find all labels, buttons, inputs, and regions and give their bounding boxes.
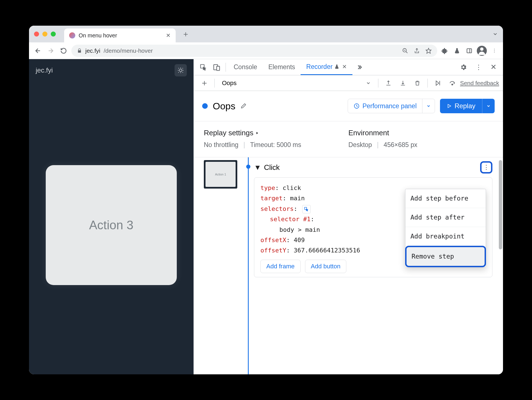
record-indicator-icon bbox=[202, 103, 208, 109]
export-icon[interactable] bbox=[382, 76, 395, 90]
tab-console[interactable]: Console bbox=[228, 59, 263, 75]
timeout-value: Timeout: 5000 ms bbox=[250, 141, 301, 149]
address-bar[interactable]: jec.fyi/demo/menu-hover bbox=[71, 45, 437, 57]
labs-icon[interactable] bbox=[452, 46, 462, 56]
recording-selector[interactable]: Oops bbox=[218, 79, 375, 87]
theme-toggle-button[interactable] bbox=[175, 64, 187, 76]
demo-card-label: Action 3 bbox=[89, 218, 134, 232]
close-tab-icon[interactable]: ✕ bbox=[166, 32, 171, 39]
step-over-icon[interactable] bbox=[446, 76, 459, 90]
continue-icon[interactable] bbox=[431, 76, 444, 90]
svg-marker-26 bbox=[256, 132, 258, 134]
tab-elements[interactable]: Elements bbox=[263, 59, 301, 75]
menu-add-breakpoint[interactable]: Add breakpoint bbox=[405, 227, 486, 246]
scrollbar[interactable] bbox=[498, 157, 503, 374]
sidepanel-icon[interactable] bbox=[465, 46, 474, 56]
devtools-tabstrip: Console Elements Recorder ✕ ⋮ ✕ bbox=[194, 59, 503, 75]
thumbnail-column: Action 1 bbox=[194, 157, 244, 374]
forward-button[interactable] bbox=[46, 46, 56, 56]
devtools-panel: Console Elements Recorder ✕ ⋮ ✕ ＋ bbox=[194, 59, 503, 374]
reload-button[interactable] bbox=[59, 46, 69, 56]
url-host: jec.fyi bbox=[85, 47, 100, 54]
extensions-icon[interactable] bbox=[440, 46, 449, 56]
minimize-window-icon[interactable] bbox=[42, 32, 47, 37]
recording-title: Oops bbox=[213, 101, 235, 112]
recording-header: Oops Performance panel Replay bbox=[194, 91, 503, 121]
add-button-button[interactable]: Add button bbox=[305, 260, 346, 273]
tab-strip: On menu hover ✕ ＋ bbox=[29, 26, 503, 42]
step-name: Click bbox=[264, 163, 280, 172]
env-device: Desktop bbox=[349, 141, 372, 149]
prop-selector-value[interactable]: body > main bbox=[279, 226, 320, 233]
more-tabs-icon[interactable] bbox=[352, 61, 366, 74]
import-icon[interactable] bbox=[396, 76, 410, 90]
tabs-dropdown-icon[interactable] bbox=[492, 31, 498, 37]
timeline bbox=[244, 157, 252, 374]
step-thumbnail[interactable]: Action 1 bbox=[204, 160, 237, 189]
svg-marker-5 bbox=[426, 48, 431, 53]
device-toggle-icon[interactable] bbox=[210, 61, 223, 74]
svg-marker-21 bbox=[436, 81, 439, 85]
profile-avatar[interactable] bbox=[477, 46, 487, 56]
edit-title-icon[interactable] bbox=[240, 103, 246, 109]
menu-add-step-after[interactable]: Add step after bbox=[405, 208, 486, 227]
url-path: /demo/menu-hover bbox=[104, 47, 153, 54]
browser-menu-icon[interactable]: ⋮ bbox=[490, 46, 499, 56]
window-controls bbox=[34, 32, 56, 37]
prop-target[interactable]: main bbox=[290, 195, 305, 202]
zoom-icon[interactable] bbox=[402, 48, 408, 54]
delete-icon[interactable] bbox=[411, 76, 424, 90]
collapse-toggle-icon[interactable]: ▼ bbox=[254, 163, 261, 172]
flask-icon bbox=[334, 64, 339, 69]
close-devtools-icon[interactable]: ✕ bbox=[487, 61, 500, 74]
environment-heading: Environment bbox=[349, 129, 493, 137]
menu-add-step-before[interactable]: Add step before bbox=[405, 189, 486, 208]
page-site-name: jec.fyi bbox=[36, 66, 53, 74]
close-tab-icon[interactable]: ✕ bbox=[342, 63, 347, 70]
send-feedback-link[interactable]: Send feedback bbox=[460, 80, 499, 86]
add-frame-button[interactable]: Add frame bbox=[260, 260, 301, 273]
step-context-menu: Add step before Add step after Add break… bbox=[405, 189, 486, 267]
step-menu-button[interactable]: ⋮ bbox=[480, 161, 492, 174]
svg-point-8 bbox=[480, 47, 483, 51]
devtools-menu-icon[interactable]: ⋮ bbox=[472, 61, 485, 74]
svg-line-15 bbox=[182, 68, 183, 69]
close-window-icon[interactable] bbox=[34, 32, 39, 37]
new-tab-button[interactable]: ＋ bbox=[182, 29, 190, 39]
browser-tab[interactable]: On menu hover ✕ bbox=[64, 28, 176, 42]
svg-point-23 bbox=[452, 84, 453, 85]
step-header[interactable]: ▼ Click ⋮ bbox=[254, 161, 492, 174]
timeline-marker-icon bbox=[246, 165, 250, 169]
chevron-down-icon[interactable] bbox=[422, 104, 435, 108]
tab-recorder[interactable]: Recorder ✕ bbox=[301, 59, 352, 75]
svg-point-9 bbox=[179, 69, 182, 71]
browser-toolbar: jec.fyi/demo/menu-hover ⋮ bbox=[29, 42, 503, 59]
replay-button[interactable]: Replay bbox=[440, 99, 495, 113]
pick-selector-icon[interactable] bbox=[302, 205, 311, 213]
share-icon[interactable] bbox=[414, 48, 420, 54]
svg-marker-25 bbox=[448, 104, 451, 108]
throttling-value: No throttling bbox=[204, 141, 238, 149]
chevron-down-icon[interactable] bbox=[482, 104, 495, 108]
prop-type[interactable]: click bbox=[282, 184, 301, 191]
browser-window: On menu hover ✕ ＋ jec.fyi/demo/menu-hove… bbox=[29, 26, 503, 374]
prop-offsety[interactable]: 367.66666412353516 bbox=[294, 247, 360, 254]
back-button[interactable] bbox=[33, 46, 43, 56]
svg-rect-20 bbox=[217, 66, 220, 70]
inspect-element-icon[interactable] bbox=[197, 61, 210, 74]
recording-selector-value: Oops bbox=[222, 79, 237, 87]
settings-icon[interactable] bbox=[457, 61, 470, 74]
maximize-window-icon[interactable] bbox=[51, 32, 56, 37]
replay-settings-heading[interactable]: Replay settings bbox=[204, 129, 349, 137]
svg-line-16 bbox=[178, 72, 179, 73]
menu-remove-step[interactable]: Remove step bbox=[407, 247, 485, 266]
prop-offsetx[interactable]: 409 bbox=[294, 237, 305, 244]
steps-area: Action 1 ▼ Click ⋮ ty bbox=[194, 157, 503, 374]
bookmark-icon[interactable] bbox=[425, 48, 432, 54]
content-area: jec.fyi Action 3 Console Elements Record… bbox=[29, 59, 503, 374]
new-recording-button[interactable]: ＋ bbox=[198, 76, 211, 90]
env-size: 456×685 px bbox=[384, 141, 417, 149]
performance-panel-button[interactable]: Performance panel bbox=[348, 99, 435, 113]
demo-card[interactable]: Action 3 bbox=[46, 165, 177, 285]
lock-icon bbox=[77, 48, 82, 53]
